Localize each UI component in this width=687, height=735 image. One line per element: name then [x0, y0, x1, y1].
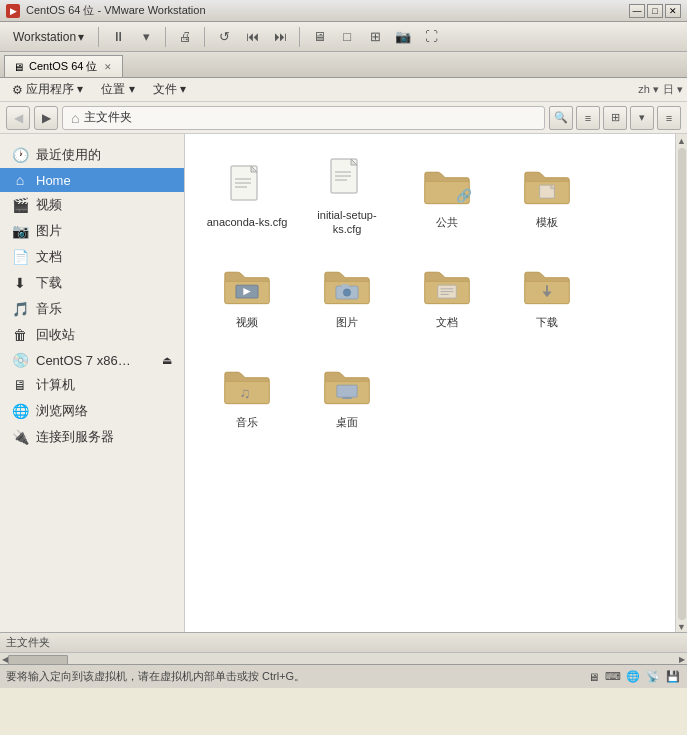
sidebar-item-connect[interactable]: 🔌 连接到服务器 [0, 424, 184, 450]
nav-right: 🔍 ≡ ⊞ ▾ ≡ [549, 106, 681, 130]
files-menu[interactable]: 文件 ▾ [145, 79, 194, 100]
folder-desktop[interactable]: 桌面 [297, 346, 397, 446]
sidebar-item-videos[interactable]: 🎬 视频 [0, 192, 184, 218]
recent-icon: 🕐 [12, 147, 28, 163]
tab-close-button[interactable]: ✕ [102, 61, 114, 73]
h-scrollbar[interactable]: ◀ ▶ [0, 652, 687, 664]
bottom-bar: 要将输入定向到该虚拟机，请在虚拟机内部单击或按 Ctrl+G。 🖥 ⌨ 🌐 📡 … [0, 664, 687, 688]
sidebar-label-docs: 文档 [36, 248, 62, 266]
pause-dropdown[interactable]: ▾ [134, 26, 158, 48]
window-button[interactable]: □ [335, 26, 359, 48]
file-anaconda-ks[interactable]: anaconda-ks.cfg [197, 146, 297, 246]
downloads-icon: ⬇ [12, 275, 28, 291]
forward-button[interactable]: ▶ [34, 106, 58, 130]
centos-tab[interactable]: 🖥 CentOS 64 位 ✕ [4, 55, 123, 77]
toolbar-sep-2 [165, 27, 166, 47]
doc-icon-initial [323, 156, 371, 204]
folder-name-music: 音乐 [236, 415, 258, 429]
folder-icon-public: 🔗 [423, 163, 471, 211]
sidebar-item-centos[interactable]: 💿 CentOS 7 x86… ⏏ [0, 348, 184, 372]
centos-drive-icon: 💿 [12, 352, 28, 368]
fullscreen-button[interactable]: ⛶ [419, 26, 443, 48]
docs-icon: 📄 [12, 249, 28, 265]
places-menu[interactable]: 位置 ▾ [93, 79, 142, 100]
window-title: CentOS 64 位 - VMware Workstation [26, 3, 206, 18]
videos-icon: 🎬 [12, 197, 28, 213]
folder-public[interactable]: 🔗 公共 [397, 146, 497, 246]
sidebar-item-docs[interactable]: 📄 文档 [0, 244, 184, 270]
tab-bar: 🖥 CentOS 64 位 ✕ [0, 52, 687, 78]
folder-name-pictures: 图片 [336, 315, 358, 329]
doc-icon-anaconda [223, 163, 271, 211]
sidebar-item-trash[interactable]: 🗑 回收站 [0, 322, 184, 348]
right-scrollbar[interactable]: ▲ ▼ [675, 134, 687, 632]
folder-name-desktop: 桌面 [336, 415, 358, 429]
file-initial-setup[interactable]: initial-setup-ks.cfg [297, 146, 397, 246]
search-button[interactable]: 🔍 [549, 106, 573, 130]
sidebar-item-music[interactable]: 🎵 音乐 [0, 296, 184, 322]
breadcrumb-text: 主文件夹 [84, 109, 132, 126]
close-button[interactable]: ✕ [665, 4, 681, 18]
language-selector[interactable]: zh ▾ [638, 83, 659, 96]
status-bar: 主文件夹 [0, 632, 687, 652]
file-name-anaconda: anaconda-ks.cfg [207, 215, 288, 229]
sidebar-item-computer[interactable]: 🖥 计算机 [0, 372, 184, 398]
folder-icon-templates [523, 163, 571, 211]
sidebar-item-home[interactable]: ⌂ Home [0, 168, 184, 192]
window-controls[interactable]: — □ ✕ [629, 4, 681, 18]
back-button[interactable]: ◀ [6, 106, 30, 130]
extra-menu-button[interactable]: ≡ [657, 106, 681, 130]
prev-button[interactable]: ⏮ [240, 26, 264, 48]
grid-view-button[interactable]: ⊞ [603, 106, 627, 130]
folder-downloads[interactable]: 下载 [497, 246, 597, 346]
list-view-button[interactable]: ≡ [576, 106, 600, 130]
sidebar: 🕐 最近使用的 ⌂ Home 🎬 视频 📷 图片 📄 文档 ⬇ 下载 🎵 音乐 … [0, 134, 185, 632]
folder-name-templates: 模板 [536, 215, 558, 229]
nautilus-menu: ⚙ 应用程序 ▾ 位置 ▾ 文件 ▾ zh ▾ 日 ▾ [0, 78, 687, 102]
folder-icon-downloads [523, 263, 571, 311]
toolbar-sep-1 [98, 27, 99, 47]
folder-docs[interactable]: 文档 [397, 246, 497, 346]
folder-icon-desktop [323, 363, 371, 411]
sidebar-label-trash: 回收站 [36, 326, 75, 344]
menu-right: zh ▾ 日 ▾ [638, 82, 683, 97]
workstation-label: Workstation [13, 30, 76, 44]
folder-pictures[interactable]: 图片 [297, 246, 397, 346]
svg-text:🔗: 🔗 [456, 188, 471, 204]
file-name-initial: initial-setup-ks.cfg [303, 208, 391, 237]
toolbar-sep-3 [204, 27, 205, 47]
print-button[interactable]: 🖨 [173, 26, 197, 48]
svg-rect-26 [342, 397, 351, 399]
folder-name-videos: 视频 [236, 315, 258, 329]
folder-icon-pictures [323, 263, 371, 311]
date-menu[interactable]: 日 ▾ [663, 82, 683, 97]
folder-name-public: 公共 [436, 215, 458, 229]
disk-tray-icon: 💾 [665, 669, 681, 685]
toolbar-sep-4 [299, 27, 300, 47]
next-button[interactable]: ⏭ [268, 26, 292, 48]
places-label: 位置 ▾ [101, 81, 134, 98]
eject-icon[interactable]: ⏏ [162, 354, 172, 367]
pause-button[interactable]: ⏸ [106, 26, 130, 48]
bottom-text: 要将输入定向到该虚拟机，请在虚拟机内部单击或按 Ctrl+G。 [6, 669, 305, 684]
minimize-button[interactable]: — [629, 4, 645, 18]
apps-menu[interactable]: ⚙ 应用程序 ▾ [4, 79, 91, 100]
sidebar-item-network[interactable]: 🌐 浏览网络 [0, 398, 184, 424]
sidebar-item-downloads[interactable]: ⬇ 下载 [0, 270, 184, 296]
display-button[interactable]: 🖥 [307, 26, 331, 48]
snapshot-button[interactable]: 📷 [391, 26, 415, 48]
workstation-menu[interactable]: Workstation ▾ [6, 27, 91, 47]
folder-music[interactable]: ♫ 音乐 [197, 346, 297, 446]
folder-videos[interactable]: 视频 [197, 246, 297, 346]
sidebar-item-recent[interactable]: 🕐 最近使用的 [0, 142, 184, 168]
refresh-button[interactable]: ↺ [212, 26, 236, 48]
folder-templates[interactable]: 模板 [497, 146, 597, 246]
folder-icon-music: ♫ [223, 363, 271, 411]
sort-button[interactable]: ▾ [630, 106, 654, 130]
apps-icon: ⚙ [12, 83, 23, 97]
nautilus-menu-left: ⚙ 应用程序 ▾ 位置 ▾ 文件 ▾ [4, 79, 194, 100]
maximize-button[interactable]: □ [647, 4, 663, 18]
grid-button[interactable]: ⊞ [363, 26, 387, 48]
sidebar-item-pictures[interactable]: 📷 图片 [0, 218, 184, 244]
file-area: anaconda-ks.cfg initial-setup-ks.cfg [185, 134, 675, 632]
